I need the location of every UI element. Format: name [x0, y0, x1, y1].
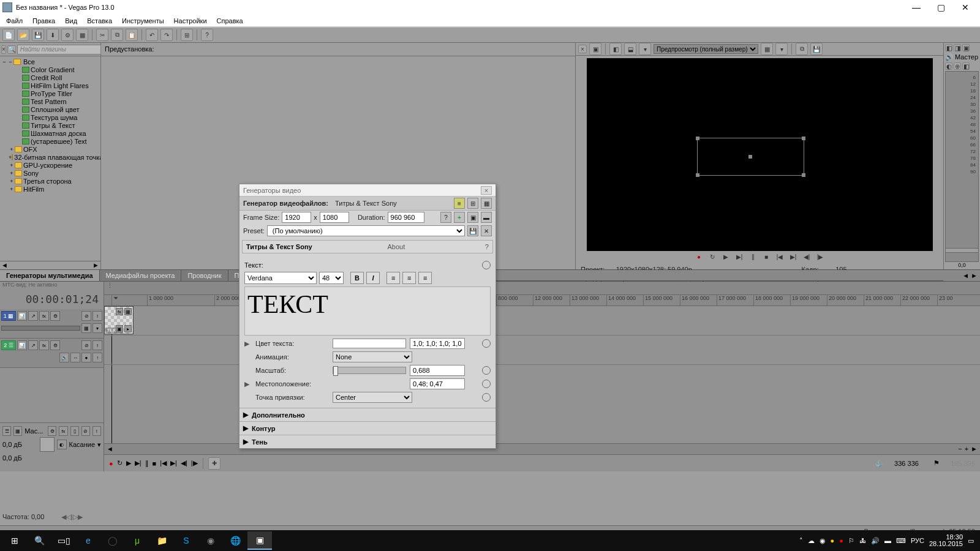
fontsize-select[interactable]: 48	[319, 272, 344, 284]
remove-icon[interactable]: ▬	[481, 212, 492, 223]
selection-box[interactable]	[697, 138, 804, 176]
paste-icon[interactable]: 📋	[126, 29, 138, 41]
goto-start-icon[interactable]: |◀	[160, 459, 167, 467]
preview-save-icon[interactable]: 💾	[810, 43, 823, 55]
video-generators-dialog[interactable]: Генераторы видео × Генератор видеофайлов…	[239, 184, 496, 449]
meter-btn1-icon[interactable]: ◧	[945, 44, 952, 51]
video-track-lane[interactable]: fx ▦ ТЕКСТ ▣ ▸	[104, 306, 980, 335]
dialog-close-icon[interactable]: ×	[481, 186, 492, 195]
grid-icon[interactable]: ⊞	[467, 198, 478, 209]
timecode-display[interactable]: 00:00:01;24	[0, 289, 104, 309]
snap-icon[interactable]: ⊞	[181, 29, 193, 41]
mix-in-icon[interactable]: ▯	[70, 426, 79, 436]
goto-start-icon[interactable]: |◀	[775, 253, 785, 263]
timeline-scrollbar[interactable]: ◄ −+►	[104, 443, 980, 454]
tree-folder[interactable]: Третья сторона	[23, 178, 72, 185]
menu-settings[interactable]: Настройки	[170, 16, 211, 26]
pause-icon[interactable]: ‖	[748, 253, 758, 263]
meter-btn3-icon[interactable]: ▣	[962, 44, 970, 51]
tray-stop-icon[interactable]: ●	[839, 537, 843, 544]
track-mute-icon[interactable]: ⊘	[81, 340, 91, 350]
tray-cloud-icon[interactable]: ☁	[808, 537, 815, 545]
track-mute-icon[interactable]: ⊘	[81, 311, 91, 321]
tree-close-icon[interactable]: ×	[1, 45, 6, 54]
help-link[interactable]: ?	[485, 243, 489, 250]
animate-color-icon[interactable]	[482, 339, 491, 348]
text-editor[interactable]: ТЕКСТ	[244, 287, 491, 335]
maximize-button[interactable]: ▢	[929, 2, 953, 12]
font-select[interactable]: Verdana	[244, 272, 317, 284]
preview-quality-icon[interactable]: ▾	[639, 43, 651, 55]
menu-help[interactable]: Справка	[213, 16, 247, 26]
tree-folder[interactable]: HitFilm	[23, 186, 44, 193]
tab-media[interactable]: Медиафайлы проекта	[100, 270, 182, 281]
clip-pan-icon[interactable]: ▦	[124, 308, 132, 315]
render-icon[interactable]: ⬇	[47, 29, 59, 41]
frame-width-input[interactable]	[282, 212, 311, 223]
preview-quality-select[interactable]: Предпросмотр (полный размер)	[654, 44, 758, 54]
expand-icon[interactable]: ▶	[243, 424, 248, 432]
tray-up-icon[interactable]: ˄	[799, 537, 803, 545]
snap-mode-icon[interactable]: ◐	[57, 440, 67, 449]
explorer-icon[interactable]: 📁	[149, 531, 174, 550]
preset-select[interactable]: (По умолчанию)	[267, 225, 465, 236]
skype-icon[interactable]: S	[174, 531, 198, 550]
flag-icon[interactable]: ⚑	[933, 459, 940, 467]
tray-volume-icon[interactable]: 🔊	[871, 537, 880, 545]
stop-icon[interactable]: ■	[153, 460, 157, 467]
scroll-right-icon[interactable]: ►	[92, 261, 99, 269]
help-icon[interactable]: ?	[440, 212, 451, 223]
redo-icon[interactable]: ↷	[160, 29, 173, 41]
meter-c-icon[interactable]: ◧	[962, 62, 970, 70]
scale-input[interactable]	[410, 365, 465, 376]
edit-tool-icon[interactable]: ✚	[208, 457, 221, 470]
position-input[interactable]	[410, 378, 465, 389]
expand-icon[interactable]: ▶	[243, 438, 248, 446]
track-vol-icon[interactable]: 🔊	[59, 353, 69, 362]
goto-end-icon[interactable]: ▶|	[170, 459, 177, 467]
pause-icon[interactable]: ‖	[145, 459, 149, 467]
cortana-icon[interactable]: ◯	[100, 531, 125, 550]
bold-button[interactable]: B	[350, 272, 364, 284]
text-clip[interactable]: fx ▦ ТЕКСТ ▣ ▸	[104, 306, 134, 334]
tree-item[interactable]: HitFilm Light Flares	[31, 82, 89, 89]
cut-icon[interactable]: ✂	[96, 29, 108, 41]
animate-pos-icon[interactable]	[482, 380, 491, 388]
tree-folder[interactable]: Sony	[23, 170, 39, 177]
track-fx-icon[interactable]: fx	[39, 311, 49, 321]
tree-item[interactable]: Test Pattern	[31, 98, 67, 105]
tray-notifications-icon[interactable]: ▭	[968, 537, 974, 545]
track-rec-icon[interactable]: ●	[81, 353, 91, 362]
track-level-icon[interactable]: 📊	[17, 311, 27, 321]
tree-folder[interactable]: 32-битная плавающая точка	[14, 154, 100, 161]
tree-item[interactable]: Color Gradient	[31, 66, 75, 73]
tree-item[interactable]: Шахматная доска	[31, 130, 86, 137]
track-more-icon[interactable]: ▾	[92, 323, 102, 333]
track-auto-icon[interactable]: ⚙	[50, 340, 60, 350]
italic-button[interactable]: I	[366, 272, 380, 284]
tray-steam-icon[interactable]: ◉	[820, 537, 826, 545]
tab-explorer[interactable]: Проводник	[181, 270, 228, 281]
track-level-icon[interactable]: 📊	[17, 340, 27, 350]
expand-icon[interactable]: ▶	[244, 340, 252, 348]
clip-fx-icon[interactable]: fx	[116, 308, 123, 315]
scroll-left-icon[interactable]: ◄	[1, 261, 8, 269]
track-bypass-icon[interactable]: ↗	[28, 311, 38, 321]
prev-frame-icon[interactable]: ◀|	[802, 253, 812, 263]
prev-frame-icon[interactable]: ◀|	[181, 459, 187, 467]
audio-track-lane[interactable]	[104, 335, 980, 365]
props-icon[interactable]: ⚙	[61, 29, 74, 41]
menu-file[interactable]: Файл	[2, 16, 26, 26]
tray-keyboard-icon[interactable]: ⌨	[896, 537, 906, 545]
text-color-input[interactable]	[410, 338, 465, 349]
grid2-icon[interactable]: ▦	[481, 198, 492, 209]
taskview-icon[interactable]: ▭▯	[51, 531, 76, 550]
time-ruler[interactable]: ⏷ 1 000 000 2 000 000 3 000 000 800 000 …	[104, 295, 980, 306]
align-left-icon[interactable]: ≡	[386, 272, 400, 284]
scroll-left-icon[interactable]: ◄	[107, 445, 113, 452]
tray-defender-icon[interactable]: ⚐	[848, 537, 854, 545]
meter-a-icon[interactable]: ◐	[945, 62, 952, 70]
preview-overlay2-icon[interactable]: ▾	[775, 43, 788, 55]
track-auto-icon[interactable]: ⚙	[50, 311, 60, 321]
tree-folder[interactable]: OFX	[23, 146, 37, 153]
